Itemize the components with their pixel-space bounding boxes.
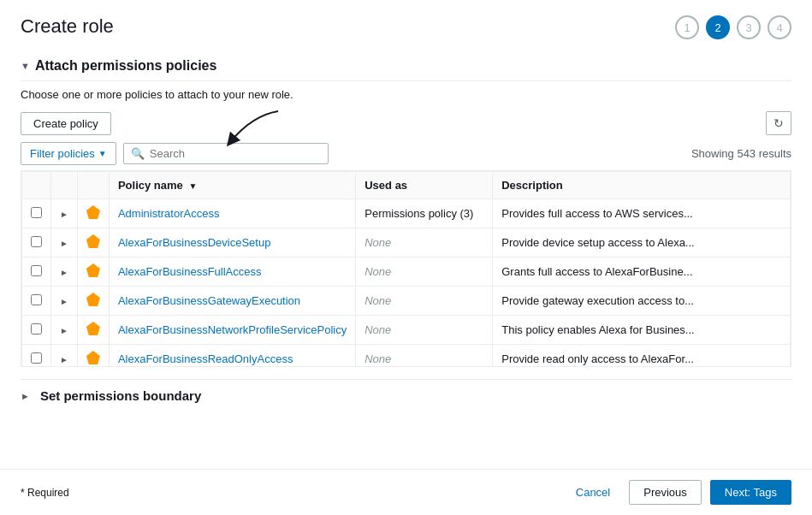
section-header: ▼ Attach permissions policies (21, 48, 791, 81)
used-as-none: None (365, 294, 391, 307)
row-checkbox-cell[interactable] (22, 258, 51, 287)
row-policy-name[interactable]: AlexaForBusinessNetworkProfileServicePol… (109, 316, 355, 345)
row-expand-cell[interactable]: ► (51, 199, 78, 228)
row-expand-icon[interactable]: ► (60, 210, 68, 219)
policy-icon (86, 234, 100, 248)
section-toggle-icon[interactable]: ▼ (21, 61, 30, 71)
boundary-expand-icon: ► (21, 391, 30, 401)
row-checkbox-cell[interactable] (22, 228, 51, 258)
step-4: 4 (768, 15, 791, 39)
row-description: Provide gateway execution access to... (493, 287, 791, 316)
filter-policies-button[interactable]: Filter policies ▼ (21, 142, 116, 165)
row-description: Provide read only access to AlexaFor... (493, 345, 791, 368)
row-expand-cell[interactable]: ► (51, 345, 78, 368)
refresh-button[interactable]: ↻ (766, 111, 791, 135)
table-row: ► AlexaForBusinessGatewayExecution None … (22, 287, 791, 316)
policy-icon (86, 293, 100, 306)
row-checkbox-cell[interactable] (22, 345, 51, 368)
page-title: Create role (21, 15, 114, 38)
row-expand-cell[interactable]: ► (51, 316, 78, 345)
row-checkbox[interactable] (31, 207, 42, 218)
results-count: Showing 543 results (691, 147, 791, 160)
boundary-header[interactable]: ► Set permissions boundary (21, 388, 791, 403)
required-label: * Required (21, 487, 69, 499)
row-policy-name[interactable]: AlexaForBusinessDeviceSetup (109, 228, 355, 258)
row-icon-cell (77, 345, 109, 368)
chevron-down-icon: ▼ (98, 149, 107, 158)
row-checkbox[interactable] (31, 294, 42, 305)
row-checkbox-cell[interactable] (22, 287, 51, 316)
row-checkbox[interactable] (31, 323, 42, 334)
row-expand-icon[interactable]: ► (60, 355, 68, 364)
row-expand-icon[interactable]: ► (60, 239, 68, 248)
row-icon-cell (77, 258, 109, 287)
row-icon-cell (77, 228, 109, 258)
previous-button[interactable]: Previous (629, 480, 702, 505)
table-row: ► AlexaForBusinessFullAccess None Grants… (22, 258, 791, 287)
row-policy-name[interactable]: AdministratorAccess (109, 199, 355, 228)
footer: * Required Cancel Previous Next: Tags (0, 469, 812, 515)
step-2: 2 (706, 15, 730, 39)
policy-link[interactable]: AlexaForBusinessDeviceSetup (118, 236, 270, 249)
row-expand-cell[interactable]: ► (51, 258, 78, 287)
th-policy-name[interactable]: Policy name ▼ (109, 172, 355, 199)
used-as-none: None (365, 352, 391, 365)
policy-link[interactable]: AlexaForBusinessFullAccess (118, 265, 262, 278)
next-button[interactable]: Next: Tags (710, 480, 791, 505)
search-input[interactable] (150, 147, 321, 160)
row-expand-cell[interactable]: ► (51, 287, 78, 316)
policy-link[interactable]: AlexaForBusinessGatewayExecution (118, 294, 300, 307)
row-checkbox[interactable] (31, 352, 42, 364)
page-container: Create role 1 2 3 4 ▼ Attach permissions… (0, 0, 812, 515)
th-icon (77, 172, 109, 199)
table-row: ► AlexaForBusinessReadOnlyAccess None Pr… (22, 345, 791, 368)
table-row: ► AlexaForBusinessDeviceSetup None Provi… (22, 228, 791, 258)
row-policy-name[interactable]: AlexaForBusinessReadOnlyAccess (109, 345, 355, 368)
toolbar: Create policy ↻ (21, 111, 791, 135)
used-as-none: None (365, 236, 391, 249)
policy-link[interactable]: AlexaForBusinessReadOnlyAccess (118, 352, 293, 365)
row-used-as: None (356, 287, 493, 316)
filter-row: Filter policies ▼ 🔍 Showing 543 results (21, 142, 791, 165)
th-expand (51, 172, 78, 199)
row-description: Provide device setup access to Alexa... (493, 228, 791, 258)
step-3: 3 (737, 15, 761, 39)
row-expand-icon[interactable]: ► (60, 297, 68, 306)
row-expand-cell[interactable]: ► (51, 228, 78, 258)
boundary-title: Set permissions boundary (40, 388, 201, 403)
steps-indicator: 1 2 3 4 (675, 15, 791, 39)
row-used-as: None (356, 316, 493, 345)
row-used-as: None (356, 258, 493, 287)
policy-icon (86, 205, 100, 219)
sort-icon: ▼ (188, 181, 197, 191)
policy-link[interactable]: AlexaForBusinessNetworkProfileServicePol… (118, 323, 347, 336)
row-checkbox-cell[interactable] (22, 199, 51, 228)
table-header-row: Policy name ▼ Used as Description (22, 172, 791, 199)
row-expand-icon[interactable]: ► (60, 268, 68, 277)
row-icon-cell (77, 316, 109, 345)
row-checkbox[interactable] (31, 265, 42, 276)
th-checkbox (22, 172, 51, 199)
policies-table: Policy name ▼ Used as Description ► (21, 171, 791, 367)
table-body: ► AdministratorAccess Permissions policy… (22, 199, 791, 368)
row-icon-cell (77, 199, 109, 228)
row-checkbox-cell[interactable] (22, 316, 51, 345)
used-as-none: None (365, 265, 391, 278)
refresh-icon: ↻ (773, 116, 784, 130)
footer-actions: Cancel Previous Next: Tags (566, 480, 791, 505)
policies-table-wrapper[interactable]: Policy name ▼ Used as Description ► (21, 170, 791, 367)
create-policy-button[interactable]: Create policy (21, 112, 111, 135)
row-used-as: Permissions policy (3) (356, 199, 493, 228)
search-icon: 🔍 (131, 147, 145, 160)
main-content: ▼ Attach permissions policies Choose one… (0, 48, 812, 515)
policy-icon (86, 322, 100, 335)
table-row: ► AdministratorAccess Permissions policy… (22, 199, 791, 228)
row-checkbox[interactable] (31, 236, 42, 247)
policy-link[interactable]: AdministratorAccess (118, 207, 219, 220)
row-policy-name[interactable]: AlexaForBusinessFullAccess (109, 258, 355, 287)
boundary-section: ► Set permissions boundary (21, 379, 791, 411)
row-policy-name[interactable]: AlexaForBusinessGatewayExecution (109, 287, 355, 316)
cancel-button[interactable]: Cancel (566, 481, 620, 504)
search-container: 🔍 (123, 143, 329, 164)
row-expand-icon[interactable]: ► (60, 326, 68, 335)
